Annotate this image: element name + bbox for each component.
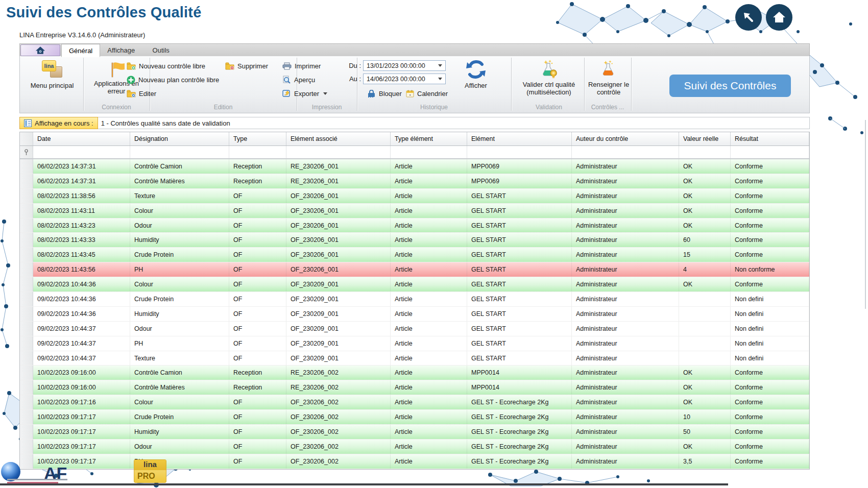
table-row[interactable]: 09/02/2023 10:44:37TextureOFOF_230209_00… [20,351,809,366]
home-round-button[interactable] [766,4,792,31]
column-header[interactable]: Type [229,132,286,145]
cell: OF_230206_001 [286,248,391,262]
cell: OK [679,277,731,291]
row-selector[interactable] [20,189,33,203]
bloquer-button[interactable]: Bloquer [367,88,402,99]
cell: Article [391,307,467,321]
table-row[interactable]: 10/02/2023 09:16:00Contrôle CamionRecept… [20,365,809,380]
column-header[interactable]: Type élément [391,132,467,145]
row-selector[interactable] [20,440,33,454]
filter-cell[interactable] [731,146,809,158]
table-row[interactable]: 10/02/2023 09:17:17OdourOFOF_230206_002A… [20,440,809,454]
cell: Conforme [731,440,809,454]
row-selector[interactable] [20,322,33,336]
lina-logo-text: lina [134,460,166,470]
row-selector[interactable] [20,336,33,351]
cell: Conforme [731,174,809,188]
table-row[interactable]: 10/02/2023 09:17:16ColourOFOF_230206_002… [20,395,809,410]
nouveau-plan-controle-libre-button[interactable]: Nouveau plan contrôle libre [127,74,219,85]
table-row[interactable]: 09/02/2023 10:44:37PHOFOF_230209_001Arti… [20,336,809,351]
row-selector[interactable] [20,410,33,424]
filter-cell[interactable] [391,146,467,158]
table-row[interactable]: 08/02/2023 11:43:33HumidityOFOF_230206_0… [20,233,809,248]
row-selector[interactable] [20,351,33,365]
column-header[interactable]: Date [33,132,130,145]
cell: GEL START [467,233,572,247]
suivi-des-controles-button[interactable]: Suivi des Contrôles [669,75,791,97]
table-row[interactable]: 09/02/2023 10:44:37OdourOFOF_230209_001A… [20,322,809,336]
cell: Administrateur [572,380,679,395]
row-selector[interactable] [20,277,33,291]
filter-cell[interactable] [130,146,229,158]
table-row[interactable]: 08/02/2023 11:43:11ColourOFOF_230206_001… [20,204,809,218]
flask-validate-icon [539,59,559,80]
current-view-value[interactable]: 1 - Contrôles qualité sans date de valid… [98,117,810,129]
filter-cell[interactable] [572,146,679,158]
table-row[interactable]: 06/02/2023 14:37:31Contrôle CamionRecept… [20,159,809,174]
filter-cell[interactable] [679,146,731,158]
nouveau-controle-libre-button[interactable]: Nouveau contrôle libre [127,60,205,71]
grid-filter-row [20,146,809,159]
bottom-divider [0,483,728,485]
apercu-button[interactable]: Aperçu [282,74,315,85]
filter-cell[interactable] [229,146,286,158]
back-arrow-button[interactable] [735,4,762,31]
column-header[interactable]: Résultat [731,132,809,145]
table-row[interactable]: 10/02/2023 09:16:00Contrôle MatièresRece… [20,380,809,395]
column-header[interactable]: Valeur réelle [679,132,731,145]
row-selector[interactable] [20,292,33,306]
row-selector[interactable] [20,248,33,262]
table-row[interactable]: 08/02/2023 11:38:56TextureOFOF_230206_00… [20,189,809,204]
supprimer-button[interactable]: Supprimer [225,60,268,71]
du-date-combo[interactable]: 13/01/2023 00:00:00 [363,60,446,71]
filter-cell[interactable] [467,146,572,158]
row-selector[interactable] [20,365,33,380]
row-selector[interactable] [20,395,33,409]
table-row[interactable]: 09/02/2023 10:44:36Crude ProteinOFOF_230… [20,292,809,307]
table-row[interactable]: 10/02/2023 09:17:17HumidityOFOF_230206_0… [20,425,809,440]
cell: OF [229,262,286,277]
table-row[interactable]: 08/02/2023 11:43:45Crude ProteinOFOF_230… [20,248,809,262]
row-selector[interactable] [20,454,33,469]
row-selector[interactable] [20,262,33,277]
row-selector[interactable] [20,425,33,439]
row-selector[interactable] [20,307,33,321]
tab-outils[interactable]: Outils [142,44,180,56]
column-header[interactable]: Auteur du contrôle [572,132,679,145]
imprimer-button[interactable]: Imprimer [282,60,321,71]
cell: OF_230206_002 [286,440,391,454]
row-selector[interactable] [20,204,33,218]
row-selector[interactable] [20,159,33,174]
editer-button[interactable]: Editer [127,88,156,99]
calendrier-button[interactable]: Calendrier [406,88,448,99]
menu-principal-button[interactable]: lina Menu principal [24,60,80,89]
table-row[interactable]: 08/02/2023 11:43:23OdourOFOF_230206_001A… [20,218,809,233]
au-date-combo[interactable]: 14/06/2023 00:00:00 [363,74,446,84]
column-header[interactable]: Désignation [130,132,229,145]
column-header[interactable]: Elément associé [286,132,391,145]
table-row[interactable]: 09/02/2023 10:44:36ColourOFOF_230209_001… [20,277,809,292]
cell: Reception [229,159,286,174]
table-row[interactable]: 10/02/2023 09:17:17Crude ProteinOFOF_230… [20,410,809,425]
row-selector[interactable] [20,174,33,188]
row-selector[interactable] [20,233,33,247]
table-row[interactable]: 08/02/2023 11:43:56PHOFOF_230206_001Arti… [20,262,809,277]
table-row[interactable]: 06/02/2023 14:37:31Contrôle MatièresRece… [20,174,809,189]
home-tab-button[interactable] [20,44,60,56]
filter-cell[interactable] [33,146,130,158]
tab-affichage[interactable]: Affichage [100,44,142,56]
group-separator [83,58,84,111]
filter-pin-icon[interactable] [20,146,33,158]
tab-general[interactable]: Général [61,44,100,57]
cell: OF_230209_001 [286,322,391,336]
renseigner-controle-button[interactable]: Renseigner le contrôle [588,59,630,96]
exporter-button[interactable]: Exporter [282,88,327,99]
cell: 06/02/2023 14:37:31 [33,174,130,188]
column-header[interactable]: Elément [467,132,572,145]
row-selector[interactable] [20,218,33,233]
filter-cell[interactable] [286,146,391,158]
row-selector[interactable] [20,380,33,395]
valider-ctrl-qualite-button[interactable]: Valider ctrl qualité (multisélection) [516,59,582,96]
afficher-button[interactable]: Afficher [458,59,494,89]
table-row[interactable]: 09/02/2023 10:44:36HumidityOFOF_230209_0… [20,307,809,322]
